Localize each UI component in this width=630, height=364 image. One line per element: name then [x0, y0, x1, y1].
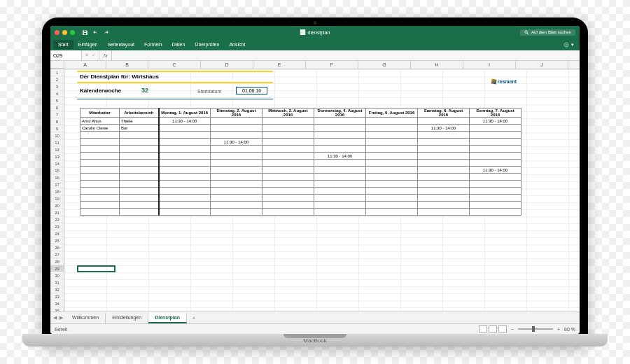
- close-button[interactable]: [55, 30, 59, 35]
- sheet-tab[interactable]: Einstellungen: [106, 313, 148, 323]
- redo-icon[interactable]: [103, 29, 109, 36]
- row-header[interactable]: 13: [50, 153, 64, 160]
- row-header[interactable]: 2: [50, 76, 64, 83]
- table-row[interactable]: [80, 188, 522, 195]
- table-header[interactable]: Mitarbeiter: [80, 108, 120, 118]
- row-header[interactable]: 8: [50, 118, 64, 125]
- table-header[interactable]: Freitag, 5. August 2016: [366, 108, 418, 118]
- column-header[interactable]: G: [358, 61, 411, 69]
- row-header[interactable]: 18: [50, 188, 64, 195]
- select-all-corner[interactable]: [50, 61, 64, 69]
- table-row[interactable]: [80, 181, 522, 188]
- row-header[interactable]: 29: [50, 265, 64, 272]
- ribbon-tab-daten[interactable]: Daten: [167, 40, 190, 49]
- minimize-button[interactable]: [62, 30, 67, 35]
- sheet-next-icon[interactable]: ▶: [59, 315, 63, 321]
- ribbon-tab-ansicht[interactable]: Ansicht: [224, 40, 250, 49]
- table-header[interactable]: Arbeitsbereich: [120, 108, 159, 118]
- column-header[interactable]: H: [411, 61, 463, 69]
- view-normal-button[interactable]: [479, 326, 487, 332]
- table-row[interactable]: 11:30 - 14:00: [80, 153, 522, 160]
- name-box[interactable]: O29: [50, 50, 82, 60]
- row-header[interactable]: 4: [50, 90, 64, 97]
- table-header[interactable]: Montag, 1. August 2016: [159, 108, 211, 118]
- zoom-in-button[interactable]: +: [557, 327, 560, 332]
- row-header[interactable]: 27: [50, 251, 64, 258]
- column-header[interactable]: E: [253, 61, 306, 69]
- table-row[interactable]: Arnd AhusTheke11:30 - 14:0011:30 - 14:00: [80, 118, 522, 125]
- row-header[interactable]: 31: [50, 279, 64, 286]
- ribbon-tab-einfügen[interactable]: Einfügen: [74, 40, 103, 49]
- column-header[interactable]: C: [148, 61, 201, 69]
- row-header[interactable]: 7: [50, 111, 64, 118]
- row-header[interactable]: 9: [50, 125, 64, 132]
- row-header[interactable]: 30: [50, 272, 64, 279]
- zoom-slider[interactable]: [518, 328, 553, 330]
- table-header[interactable]: Donnerstag, 4. August 2016: [314, 108, 366, 118]
- row-header[interactable]: 24: [50, 230, 64, 237]
- cancel-icon[interactable]: ✕: [85, 52, 89, 58]
- row-header[interactable]: 16: [50, 174, 64, 181]
- row-header[interactable]: 15: [50, 167, 64, 174]
- table-row[interactable]: [80, 174, 522, 181]
- column-header[interactable]: B: [106, 61, 148, 69]
- table-row[interactable]: [80, 146, 522, 153]
- row-header[interactable]: 34: [50, 300, 64, 307]
- row-header[interactable]: 17: [50, 181, 64, 188]
- share-button[interactable]: ▾: [564, 42, 577, 48]
- zoom-out-button[interactable]: −: [511, 327, 514, 332]
- row-header[interactable]: 23: [50, 223, 64, 230]
- worksheet[interactable]: Der Dienstplan für: Wirtshaus Kalenderwo…: [64, 69, 580, 312]
- save-icon[interactable]: [82, 29, 88, 36]
- table-header[interactable]: Dienstag, 2. August 2016: [211, 108, 262, 118]
- table-row[interactable]: Carolin CleweBar11:30 - 14:00: [80, 125, 522, 132]
- ribbon-tab-überprüfen[interactable]: Überprüfen: [190, 40, 224, 49]
- row-header[interactable]: 21: [50, 209, 64, 216]
- row-header[interactable]: 22: [50, 216, 64, 223]
- zoom-level[interactable]: 80 %: [564, 327, 575, 332]
- row-header[interactable]: 32: [50, 286, 64, 293]
- sheet-tab[interactable]: Dienstplan: [148, 313, 187, 323]
- row-header[interactable]: 10: [50, 132, 64, 139]
- row-header[interactable]: 20: [50, 202, 64, 209]
- sheet-tab[interactable]: Willkommen: [66, 313, 106, 323]
- ribbon-tab-start[interactable]: Start: [53, 40, 74, 49]
- column-header[interactable]: J: [516, 61, 568, 69]
- view-layout-button[interactable]: [489, 326, 497, 332]
- row-header[interactable]: 25: [50, 237, 64, 244]
- row-header[interactable]: 14: [50, 160, 64, 167]
- table-row[interactable]: [80, 195, 522, 202]
- start-date-value[interactable]: 01.08.16: [236, 87, 267, 94]
- row-header[interactable]: 12: [50, 146, 64, 153]
- table-row[interactable]: 11:30 - 14:00: [80, 139, 522, 146]
- row-header[interactable]: 3: [50, 83, 64, 90]
- table-row[interactable]: [80, 132, 522, 139]
- table-row[interactable]: [80, 160, 522, 167]
- sheet-prev-icon[interactable]: ◀: [53, 315, 57, 321]
- table-row[interactable]: [80, 202, 522, 209]
- table-header[interactable]: Mittwoch, 3. August 2016: [262, 108, 314, 118]
- row-header[interactable]: 1: [50, 69, 64, 76]
- row-header[interactable]: 33: [50, 293, 64, 300]
- table-row[interactable]: [80, 209, 522, 216]
- row-header[interactable]: 19: [50, 195, 64, 202]
- column-header[interactable]: D: [201, 61, 253, 69]
- row-header[interactable]: 11: [50, 139, 64, 146]
- row-header[interactable]: 5: [50, 97, 64, 104]
- table-header[interactable]: Samstag, 6. August 2016: [418, 108, 470, 118]
- column-header[interactable]: I: [463, 61, 516, 69]
- fx-label[interactable]: fx: [99, 50, 112, 60]
- view-break-button[interactable]: [498, 326, 507, 332]
- schedule-table[interactable]: MitarbeiterArbeitsbereichMontag, 1. Augu…: [80, 108, 522, 216]
- table-row[interactable]: 11:30 - 14:00: [80, 167, 522, 174]
- row-header[interactable]: 6: [50, 104, 64, 111]
- column-header[interactable]: F: [306, 61, 358, 69]
- confirm-icon[interactable]: ✓: [92, 52, 96, 58]
- ribbon-tab-formeln[interactable]: Formeln: [139, 40, 167, 49]
- undo-icon[interactable]: [92, 29, 99, 36]
- row-header[interactable]: 26: [50, 244, 64, 251]
- add-sheet-button[interactable]: +: [187, 316, 201, 321]
- search-input[interactable]: Auf dem Blatt suchen: [520, 29, 575, 36]
- maximize-button[interactable]: [70, 30, 75, 35]
- ribbon-tab-seitenlayout[interactable]: Seitenlayout: [102, 40, 139, 49]
